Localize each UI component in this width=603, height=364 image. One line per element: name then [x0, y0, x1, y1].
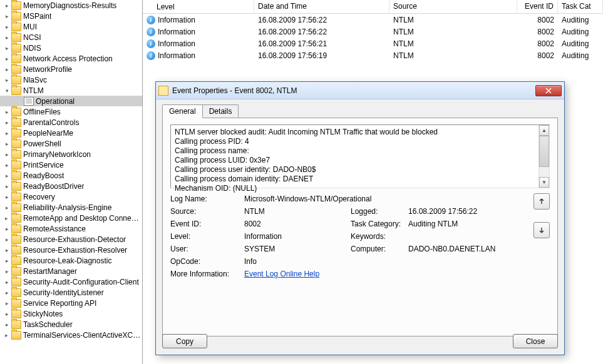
- tree-item[interactable]: ▸MSPaint: [0, 11, 142, 21]
- tree-item[interactable]: ▸RemoteApp and Desktop Connectio: [0, 213, 142, 223]
- property-grid: Log Name: Microsoft-Windows-NTLM/Operati…: [170, 195, 518, 278]
- tree-item-label: Resource-Leak-Diagnostic: [23, 256, 111, 265]
- tree-item[interactable]: ▸MemoryDiagnostics-Results: [0, 0, 142, 11]
- chevron-right-icon[interactable]: ▸: [3, 267, 11, 276]
- chevron-right-icon[interactable]: ▸: [3, 12, 11, 21]
- tree-item[interactable]: ▸Security-Audit-Configuration-Client: [0, 276, 142, 287]
- tree-item-operational[interactable]: Operational: [0, 96, 142, 106]
- tree-item[interactable]: ▸Recovery: [0, 191, 142, 202]
- tree-item[interactable]: ▸Resource-Exhaustion-Resolver: [0, 245, 142, 255]
- chevron-right-icon[interactable]: ▸: [3, 182, 11, 191]
- tree-item-label: MSPaint: [23, 12, 51, 21]
- close-icon[interactable]: [535, 85, 562, 96]
- chevron-right-icon[interactable]: ▸: [3, 225, 11, 233]
- tab-details[interactable]: Details: [202, 104, 239, 118]
- chevron-right-icon[interactable]: ▸: [3, 288, 11, 297]
- table-row[interactable]: Information16.08.2009 17:56:21NTLM8002Au…: [143, 38, 603, 49]
- chevron-right-icon[interactable]: ▸: [3, 108, 11, 116]
- tree-item[interactable]: ▸RemoteAssistance: [0, 223, 142, 234]
- tree-item[interactable]: ▸PrintService: [0, 159, 142, 170]
- chevron-right-icon[interactable]: ▸: [3, 320, 11, 329]
- dialog-titlebar[interactable]: Event Properties - Event 8002, NTLM: [156, 82, 564, 99]
- cell-date: 16.08.2009 17:56:19: [254, 51, 389, 61]
- chevron-right-icon[interactable]: ▸: [3, 23, 11, 31]
- label-eventid: Event ID:: [170, 220, 244, 228]
- tab-general[interactable]: General: [162, 104, 203, 118]
- dialog-title: Event Properties - Event 8002, NTLM: [172, 86, 535, 95]
- tree-item[interactable]: ▸ReadyBoost: [0, 170, 142, 181]
- column-header-source[interactable]: Source: [389, 0, 517, 13]
- scrollbar[interactable]: ▲ ▼: [539, 125, 549, 188]
- chevron-right-icon[interactable]: ▸: [3, 193, 11, 201]
- next-event-button[interactable]: [533, 222, 550, 238]
- scroll-thumb[interactable]: [539, 136, 549, 167]
- tree-item[interactable]: ▸Service Reporting API: [0, 298, 142, 308]
- previous-event-button[interactable]: [533, 193, 550, 210]
- chevron-right-icon[interactable]: ▸: [3, 246, 11, 255]
- chevron-right-icon[interactable]: ▸: [3, 171, 11, 180]
- chevron-right-icon[interactable]: ▸: [3, 129, 11, 138]
- info-icon: [147, 28, 155, 36]
- chevron-right-icon[interactable]: ▸: [3, 161, 11, 169]
- chevron-right-icon[interactable]: ▸: [3, 256, 11, 265]
- tree-item[interactable]: ▸ReadyBoostDriver: [0, 181, 142, 191]
- tree-item[interactable]: ▸PrimaryNetworkIcon: [0, 149, 142, 159]
- tree-item-label: NCSI: [23, 33, 41, 42]
- chevron-right-icon[interactable]: ▸: [3, 214, 11, 223]
- tree-item[interactable]: ▸NCSI: [0, 32, 142, 43]
- tree-item[interactable]: ▸PowerShell: [0, 138, 142, 149]
- table-row[interactable]: Information16.08.2009 17:56:22NTLM8002Au…: [143, 26, 603, 38]
- chevron-right-icon[interactable]: ▸: [3, 76, 11, 84]
- tree-item[interactable]: ▸StickyNotes: [0, 308, 142, 319]
- chevron-right-icon[interactable]: ▸: [3, 310, 11, 318]
- column-header-eventid[interactable]: Event ID: [517, 0, 558, 13]
- tree-item[interactable]: ▸Network Access Protection: [0, 53, 142, 64]
- info-icon: [147, 16, 155, 24]
- link-event-log-online-help[interactable]: Event Log Online Help: [244, 270, 319, 278]
- tree-item[interactable]: ▸Reliability-Analysis-Engine: [0, 202, 142, 213]
- column-header-taskcat[interactable]: Task Cat: [558, 0, 603, 13]
- dialog-footer: Copy Close: [162, 334, 558, 348]
- chevron-right-icon[interactable]: ▸: [3, 331, 11, 340]
- tree-item[interactable]: ▸TerminalServices-ClientActiveXCore: [0, 330, 142, 340]
- chevron-right-icon[interactable]: ▸: [3, 139, 11, 148]
- tree-item-label: PowerShell: [23, 139, 61, 148]
- tree-item[interactable]: ▸Resource-Leak-Diagnostic: [0, 255, 142, 266]
- chevron-down-icon[interactable]: ▾: [3, 86, 11, 95]
- cell-taskcat: Auditing: [558, 51, 603, 61]
- chevron-right-icon[interactable]: ▸: [3, 278, 11, 286]
- tree-item[interactable]: ▸NlaSvc: [0, 74, 142, 85]
- chevron-right-icon[interactable]: ▸: [3, 150, 11, 159]
- scroll-down-icon[interactable]: ▼: [539, 177, 549, 188]
- tree-item[interactable]: ▾NTLM: [0, 85, 142, 96]
- chevron-right-icon[interactable]: ▸: [3, 1, 11, 10]
- chevron-right-icon[interactable]: ▸: [3, 44, 11, 53]
- chevron-right-icon[interactable]: ▸: [3, 299, 11, 308]
- tree-item[interactable]: ▸NDIS: [0, 43, 142, 53]
- scroll-up-icon[interactable]: ▲: [539, 125, 549, 136]
- event-description-box[interactable]: NTLM server blocked audit: Audit Incomin…: [170, 124, 550, 188]
- chevron-right-icon[interactable]: ▸: [3, 65, 11, 74]
- chevron-right-icon[interactable]: ▸: [3, 235, 11, 244]
- tree-item[interactable]: ▸OfflineFiles: [0, 106, 142, 117]
- chevron-right-icon[interactable]: ▸: [3, 33, 11, 42]
- tree-item[interactable]: ▸TaskScheduler: [0, 319, 142, 330]
- table-row[interactable]: Information16.08.2009 17:56:22NTLM8002Au…: [143, 14, 603, 26]
- tree-item[interactable]: ▸PeopleNearMe: [0, 128, 142, 138]
- close-button[interactable]: Close: [513, 334, 558, 348]
- table-row[interactable]: Information16.08.2009 17:56:19NTLM8002Au…: [143, 49, 603, 61]
- chevron-right-icon[interactable]: ▸: [3, 118, 11, 127]
- copy-button[interactable]: Copy: [162, 334, 207, 348]
- cell-date: 16.08.2009 17:56:22: [254, 27, 389, 37]
- tree-item[interactable]: ▸Resource-Exhaustion-Detector: [0, 234, 142, 245]
- chevron-right-icon[interactable]: ▸: [3, 54, 11, 63]
- column-header-level[interactable]: Level: [143, 0, 254, 13]
- column-header-date[interactable]: Date and Time: [254, 0, 389, 13]
- chevron-right-icon[interactable]: ▸: [3, 203, 11, 212]
- tree-item[interactable]: ▸ParentalControls: [0, 117, 142, 128]
- tree-item-label: MemoryDiagnostics-Results: [23, 1, 116, 10]
- tree-item[interactable]: ▸RestartManager: [0, 266, 142, 276]
- tree-item[interactable]: ▸Security-IdentityListener: [0, 287, 142, 298]
- tree-item[interactable]: ▸MUI: [0, 21, 142, 32]
- tree-item[interactable]: ▸NetworkProfile: [0, 64, 142, 74]
